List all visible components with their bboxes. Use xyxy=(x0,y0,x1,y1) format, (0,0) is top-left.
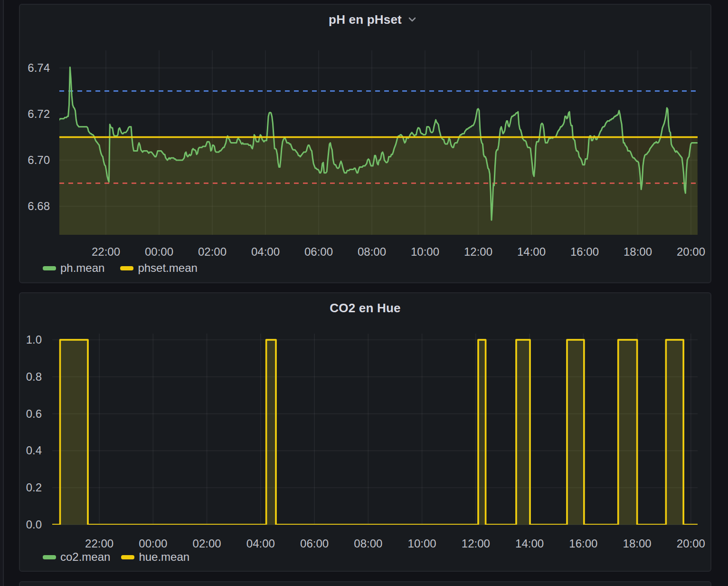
x-axis-tick-label: 08:00 xyxy=(358,245,386,259)
x-axis-tick-label: 12:00 xyxy=(462,537,490,550)
legend-item-hue-mean[interactable]: hue.mean xyxy=(121,550,189,564)
y-axis-tick-label: 0.8 xyxy=(26,370,42,384)
series-fill-hue.mean xyxy=(52,340,698,525)
legend-label: hue.mean xyxy=(139,550,189,564)
x-axis-tick-label: 00:00 xyxy=(139,537,167,550)
x-axis-tick-label: 00:00 xyxy=(145,245,173,259)
y-axis-tick-label: 6.68 xyxy=(28,200,50,213)
x-axis-tick-label: 18:00 xyxy=(623,537,652,550)
y-axis-tick-label: 0.6 xyxy=(26,407,42,421)
x-axis-tick-label: 16:00 xyxy=(569,537,597,550)
x-axis-tick-label: 20:00 xyxy=(677,537,705,550)
y-axis-tick-label: 0.0 xyxy=(26,518,42,531)
series-fill-co2.mean xyxy=(52,340,698,525)
y-axis-tick-label: 0.4 xyxy=(26,444,42,457)
panel-co2-en-hue: CO2 en Hue 22:0000:0002:0004:0006:0008:0… xyxy=(19,292,711,572)
x-axis-tick-label: 06:00 xyxy=(300,537,329,550)
series-line-hue.mean xyxy=(52,340,698,525)
series-swatch-co2-mean xyxy=(43,555,56,559)
x-axis-tick-label: 14:00 xyxy=(517,245,546,259)
x-axis-tick-label: 04:00 xyxy=(246,537,275,550)
panel-ph-en-phset: pH en pHset 22:0000:0002:0004:0006:0008:… xyxy=(19,4,711,283)
left-divider xyxy=(0,0,4,586)
legend-ph-panel: ph.mean phset.mean xyxy=(43,261,198,275)
x-axis-tick-label: 12:00 xyxy=(464,245,492,259)
series-swatch-hue-mean xyxy=(121,555,134,559)
x-axis-tick-label: 20:00 xyxy=(677,245,705,259)
x-axis-tick-label: 16:00 xyxy=(570,245,599,259)
y-axis-tick-label: 6.74 xyxy=(28,61,50,75)
grid-lines xyxy=(52,334,698,525)
x-axis-tick-label: 10:00 xyxy=(408,537,436,550)
x-axis-tick-label: 18:00 xyxy=(624,245,652,259)
legend-label: phset.mean xyxy=(138,261,197,275)
x-axis-tick-label: 10:00 xyxy=(411,245,439,259)
legend-label: ph.mean xyxy=(60,261,104,275)
series-swatch-phset-mean xyxy=(120,266,133,270)
x-axis-tick-label: 08:00 xyxy=(354,537,382,550)
legend-item-ph-mean[interactable]: ph.mean xyxy=(43,261,104,275)
legend-item-co2-mean[interactable]: co2.mean xyxy=(43,550,110,564)
x-axis-tick-label: 06:00 xyxy=(304,245,333,259)
y-axis-tick-label: 6.72 xyxy=(28,107,50,121)
x-axis-tick-label: 22:00 xyxy=(85,537,113,550)
legend-item-phset-mean[interactable]: phset.mean xyxy=(120,261,197,275)
x-axis-tick-label: 22:00 xyxy=(92,245,120,259)
x-axis-tick-label: 02:00 xyxy=(193,537,221,550)
x-axis-tick-label: 04:00 xyxy=(251,245,280,259)
x-axis-tick-label: 14:00 xyxy=(515,537,544,550)
ph-chart-canvas[interactable] xyxy=(20,5,712,284)
legend-co2-panel: co2.mean hue.mean xyxy=(43,550,189,564)
co2-chart-canvas[interactable] xyxy=(20,293,712,573)
y-axis-tick-label: 6.70 xyxy=(28,154,50,167)
y-axis-tick-label: 1.0 xyxy=(26,333,42,346)
series-swatch-ph-mean xyxy=(43,266,56,270)
y-axis-tick-label: 0.2 xyxy=(26,481,42,494)
panel-partial-bottom xyxy=(19,581,711,586)
x-axis-tick-label: 02:00 xyxy=(198,245,227,259)
series-line-co2.mean xyxy=(52,340,698,525)
legend-label: co2.mean xyxy=(60,550,110,564)
